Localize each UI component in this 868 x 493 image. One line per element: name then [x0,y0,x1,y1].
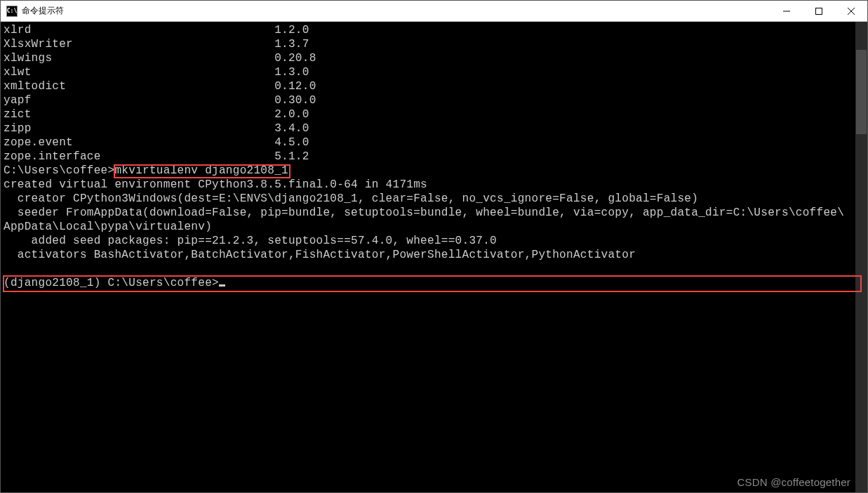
window-titlebar: C:\ 命令提示符 [1,1,867,22]
output-line: AppData\Local\pypa\virtualenv) [4,220,853,234]
close-icon [848,8,855,15]
window-controls [770,1,867,21]
active-prompt[interactable]: (django2108_1) C:\Users\coffee> [4,276,853,290]
scrollbar-vertical[interactable] [855,22,867,492]
app-icon: C:\ [6,6,18,17]
watermark-text: CSDN @coffeetogether [737,476,850,488]
maximize-button[interactable] [803,1,835,21]
output-line: seeder FromAppData(download=False, pip=b… [4,206,853,220]
output-line: added seed packages: pip==21.2.3, setupt… [4,234,853,248]
minimize-button[interactable] [770,1,803,21]
terminal-output[interactable]: xlrd 1.2.0 XlsxWriter 1.3.7 xlwings 0.20… [1,22,855,492]
svg-rect-1 [816,8,822,14]
output-line: created virtual environment CPython3.8.5… [4,178,853,192]
output-line: creator CPython3Windows(dest=E:\ENVS\dja… [4,192,853,206]
terminal-area: xlrd 1.2.0 XlsxWriter 1.3.7 xlwings 0.20… [1,22,867,492]
output-line: activators BashActivator,BatchActivator,… [4,248,853,262]
entered-command: mkvirtualenv django2108_1 [114,164,288,177]
cursor [219,284,225,287]
scrollbar-thumb[interactable] [856,50,867,134]
minimize-icon [783,8,790,15]
window-title: 命令提示符 [22,5,64,17]
close-button[interactable] [835,1,867,21]
prompt-path: C:\Users\coffee> [4,164,114,177]
maximize-icon [815,8,822,15]
